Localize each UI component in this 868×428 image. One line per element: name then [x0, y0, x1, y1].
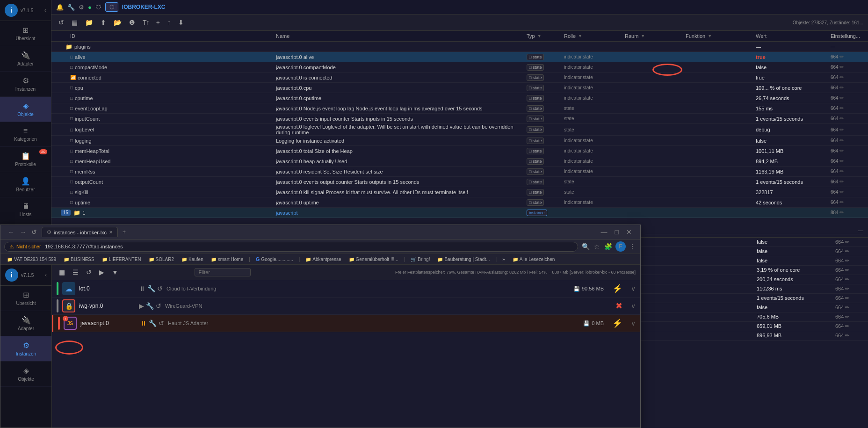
table-row-instance[interactable]: 15 📁 1 javascript instance 884 ✏ [51, 208, 868, 218]
table-row[interactable]: □ memHeapTotal javascript.0 total Size o… [51, 146, 868, 156]
reload-vpn-btn[interactable]: ↺ [156, 302, 161, 310]
back-btn[interactable]: ← [6, 227, 16, 237]
folder-btn[interactable]: 📁 [83, 17, 95, 28]
bookmark-item[interactable]: 📁 Generalüberholt !!!... [346, 256, 401, 263]
profile-btn[interactable]: F [615, 241, 626, 252]
all-bookmarks-btn[interactable]: » [499, 256, 508, 263]
edit-icon[interactable]: ✏ [839, 138, 844, 144]
table-row[interactable]: □ cpu javascript.0.cpu □ state indicator… [51, 83, 868, 93]
settings-js-btn[interactable]: 🔧 [149, 319, 157, 327]
play-vpn-btn[interactable]: ▶ [139, 302, 144, 310]
edit-icon[interactable]: ✏ [839, 210, 844, 216]
edit-icon[interactable]: ✏ [839, 95, 844, 101]
edit-icon[interactable]: ✏ [839, 85, 844, 91]
maximize-btn[interactable]: □ [612, 227, 622, 237]
instance-item-iot[interactable]: ☁ iot.0 ⏸ 🔧 ↺ Cloud IoT-Verbindung 💾 90.… [52, 280, 640, 297]
window-close-btn[interactable]: ✕ [623, 227, 635, 237]
inner-sidebar-instanzen[interactable]: ⚙ Instanzen [0, 336, 51, 362]
edit-icon[interactable]: ✏ [839, 54, 844, 60]
reload-iot-btn[interactable]: ↺ [157, 285, 163, 292]
expand-btn[interactable]: ⬆ [98, 17, 108, 28]
sidebar-item-objekte[interactable]: ◈ Objekte [0, 97, 51, 122]
close-tab-btn[interactable]: ✕ [109, 230, 113, 235]
funktion-filter-icon[interactable]: ▼ [708, 34, 712, 38]
table-row[interactable]: □ memHeapUsed javascript.0 heap actually… [51, 156, 868, 167]
minimize-btn[interactable]: — [598, 227, 610, 237]
bookmark-item[interactable]: 📁 LIEFERANTEN [99, 256, 144, 263]
table-row[interactable]: 📶 connected javascript.0 is connected □ … [51, 73, 868, 83]
instance-item-vpn[interactable]: 🔒 iwg-vpn.0 ▶ 🔧 ↺ WireGuard-VPN ✖ ∨ [52, 297, 640, 315]
forward-btn[interactable]: → [18, 227, 28, 237]
sidebar-item-protokolle[interactable]: 20 📋 Protokolle [0, 147, 51, 172]
sidebar-item-kategorien[interactable]: ≡ Kategorien [0, 122, 51, 147]
expand-vpn-btn[interactable]: ∨ [631, 302, 636, 310]
bookmark-folder-btn[interactable]: 📁 Alle Lesezeichen [510, 256, 558, 263]
zoom-btn[interactable]: 🔍 [581, 242, 591, 251]
settings-iot-btn[interactable]: 🔧 [147, 285, 155, 292]
tr-btn[interactable]: Tr [140, 17, 151, 28]
bell-icon[interactable]: 🔔 [56, 4, 64, 11]
table-row[interactable]: □ memRss javascript.0 resident Set Size … [51, 167, 868, 177]
expand-js-btn[interactable]: ∨ [631, 319, 636, 327]
add-btn[interactable]: + [154, 17, 162, 28]
address-bar[interactable]: ⚠ Nicht sicher 192.168.64.3:7777/#tab-in… [4, 242, 578, 252]
inner-sidebar-objekte[interactable]: ◈ Objekte [0, 362, 51, 387]
instances-filter-input[interactable] [195, 268, 251, 276]
bookmark-btn[interactable]: ☆ [593, 242, 601, 251]
bookmark-item[interactable]: G Google............. [253, 255, 296, 263]
raum-filter-icon[interactable]: ▼ [641, 34, 645, 38]
bookmark-item[interactable]: 📁 Bauberatung | Stadt... [434, 256, 492, 263]
table-row[interactable]: □ compactMode javascript.0.compactMode □… [51, 62, 868, 73]
table-row[interactable]: □ sigKill javascript.0 kill signal Proce… [51, 187, 868, 197]
inner-collapse-btn[interactable]: ‹ [45, 272, 47, 278]
edit-icon[interactable]: ✏ [839, 158, 844, 164]
pause-iot-btn[interactable]: ⏸ [139, 285, 145, 292]
grid-view-btn[interactable]: ▦ [69, 17, 80, 28]
instance-item-javascript[interactable]: ! JS javascript.0 ⏸ 🔧 ↺ Haupt JS Adapter… [52, 315, 640, 332]
number-btn[interactable]: ❶ [127, 17, 137, 28]
reload-js-btn[interactable]: ↺ [159, 319, 164, 327]
sidebar-item-ubersicht[interactable]: ⊞ Übersicht [0, 21, 51, 46]
menu-btn[interactable]: ⋮ [628, 242, 637, 251]
edit-icon[interactable]: ✏ [839, 199, 844, 205]
edit-icon[interactable]: ✏ [839, 105, 844, 111]
sidebar-item-adapter[interactable]: 🔌 Adapter [0, 46, 51, 72]
grid-view-btn[interactable]: ▦ [57, 267, 67, 277]
table-row[interactable]: □ uptime javascript.0 uptime □ state ind… [51, 197, 868, 208]
extension-btn[interactable]: 🧩 [603, 242, 613, 251]
download-btn[interactable]: ⬇ [176, 17, 186, 28]
sidebar-collapse-btn[interactable]: ‹ [44, 7, 46, 14]
settings-vpn-btn[interactable]: 🔧 [146, 302, 154, 310]
inner-sidebar-adapter[interactable]: 🔌 Adapter [0, 311, 51, 336]
edit-icon[interactable]: ✏ [839, 74, 844, 80]
table-row[interactable]: 📁 plugins — — [51, 42, 868, 52]
edit-icon[interactable]: ✏ [839, 148, 844, 154]
open-folder-btn[interactable]: 📂 [111, 17, 124, 28]
edit-icon[interactable]: ✏ [839, 189, 844, 195]
shield-icon[interactable]: 🛡 [95, 4, 101, 11]
bookmark-item[interactable]: 🛒 Bring! [408, 256, 433, 263]
sidebar-item-hosts[interactable]: 🖥 Hosts [0, 197, 51, 222]
table-row[interactable]: □ outputCount javascript.0 events output… [51, 177, 868, 187]
bookmark-item[interactable]: 📁 BUSINESS [61, 256, 97, 263]
edit-icon[interactable]: ✏ [839, 64, 844, 70]
typ-filter-icon[interactable]: ▼ [537, 34, 542, 38]
expand-iot-btn[interactable]: ∨ [631, 285, 636, 292]
edit-icon[interactable]: ✏ [839, 168, 844, 174]
filter-btn[interactable]: ▼ [109, 267, 121, 277]
refresh-btn[interactable]: ↺ [56, 17, 66, 28]
table-row[interactable]: □ eventLoopLag javascript.0 Node.js even… [51, 103, 868, 114]
sidebar-item-benutzer[interactable]: 👤 Benutzer [0, 172, 51, 197]
pause-js-btn[interactable]: ⏸ [140, 319, 147, 327]
reload-btn[interactable]: ↺ [29, 227, 39, 237]
table-row[interactable]: □ alive javascript.0 alive □ state indic… [51, 52, 868, 62]
refresh-instances-btn[interactable]: ↺ [84, 267, 94, 277]
bookmark-item[interactable]: 📁 smart Home [208, 256, 246, 263]
bookmark-item[interactable]: 📁 Abkantpresse [303, 256, 344, 263]
sidebar-item-instanzen[interactable]: ⚙ Instanzen [0, 72, 51, 97]
bookmark-item[interactable]: 📁 SOLAR2 [146, 256, 177, 263]
edit-icon[interactable]: ✏ [839, 179, 844, 185]
edit-icon[interactable]: ✏ [839, 116, 844, 122]
inner-sidebar-ubersicht[interactable]: ⊞ Übersicht [0, 286, 51, 311]
edit-icon[interactable]: ✏ [839, 127, 844, 133]
